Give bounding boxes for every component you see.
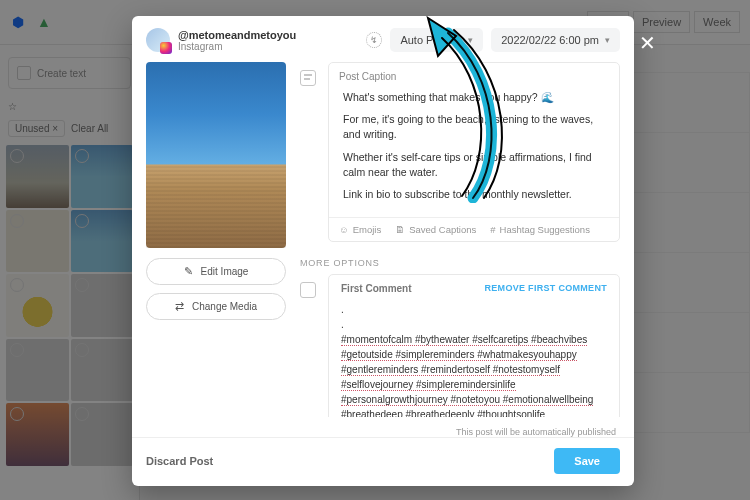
first-comment-label: First Comment: [341, 283, 412, 294]
hash-icon: #: [490, 224, 495, 235]
caption-line: Link in bio to subscribe to the monthly …: [343, 187, 605, 202]
publish-mode-dropdown[interactable]: Auto Publish ▾: [390, 28, 483, 52]
caption-line: What's something that makes you happy? 🌊: [343, 90, 605, 105]
comment-icon: [300, 282, 316, 298]
avatar: [146, 28, 170, 52]
edit-image-label: Edit Image: [201, 266, 249, 277]
bookmark-icon: 🗎: [395, 224, 405, 235]
chevron-down-icon: ▾: [468, 35, 473, 45]
caption-textarea[interactable]: What's something that makes you happy? 🌊…: [329, 86, 619, 217]
swap-icon: ⇄: [175, 300, 184, 313]
account-platform: Instagram: [178, 41, 296, 52]
smile-icon: ☺: [339, 224, 349, 235]
edit-image-button[interactable]: ✎ Edit Image: [146, 258, 286, 285]
auto-publish-notice: This post will be automatically publishe…: [132, 423, 634, 437]
change-media-label: Change Media: [192, 301, 257, 312]
auto-publish-icon: ↯: [366, 32, 382, 48]
first-comment-textarea[interactable]: . . #momentofcalm #bythewater #selfcaret…: [329, 298, 619, 417]
more-options-label: MORE OPTIONS: [300, 258, 620, 268]
comment-line: .: [341, 302, 607, 317]
post-editor-modal: ✕ @metomeandmetoyou Instagram ↯ Auto Pub…: [132, 16, 634, 486]
hashtag-suggestions-button[interactable]: #Hashtag Suggestions: [490, 224, 590, 235]
pencil-icon: ✎: [184, 265, 193, 278]
save-button[interactable]: Save: [554, 448, 620, 474]
account-handle: @metomeandmetoyou: [178, 29, 296, 41]
change-media-button[interactable]: ⇄ Change Media: [146, 293, 286, 320]
saved-captions-button[interactable]: 🗎Saved Captions: [395, 224, 476, 235]
post-image-preview: [146, 62, 286, 248]
emojis-button[interactable]: ☺Emojis: [339, 224, 381, 235]
caption-line: Whether it's self-care tips or simple af…: [343, 150, 605, 180]
discard-post-button[interactable]: Discard Post: [146, 455, 213, 467]
account-selector[interactable]: @metomeandmetoyou Instagram: [146, 28, 296, 52]
caption-line: For me, it's going to the beach, listeni…: [343, 112, 605, 142]
hashtags: #momentofcalm #bythewater #selfcaretips …: [341, 334, 593, 417]
remove-first-comment-button[interactable]: REMOVE FIRST COMMENT: [485, 283, 608, 294]
chevron-down-icon: ▾: [605, 35, 610, 45]
caption-icon: [300, 70, 316, 86]
datetime-dropdown[interactable]: 2022/02/22 6:00 pm ▾: [491, 28, 620, 52]
comment-line: .: [341, 317, 607, 332]
datetime-label: 2022/02/22 6:00 pm: [501, 34, 599, 46]
publish-mode-label: Auto Publish: [400, 34, 462, 46]
caption-label: Post Caption: [339, 71, 396, 82]
close-icon[interactable]: ✕: [634, 30, 660, 56]
